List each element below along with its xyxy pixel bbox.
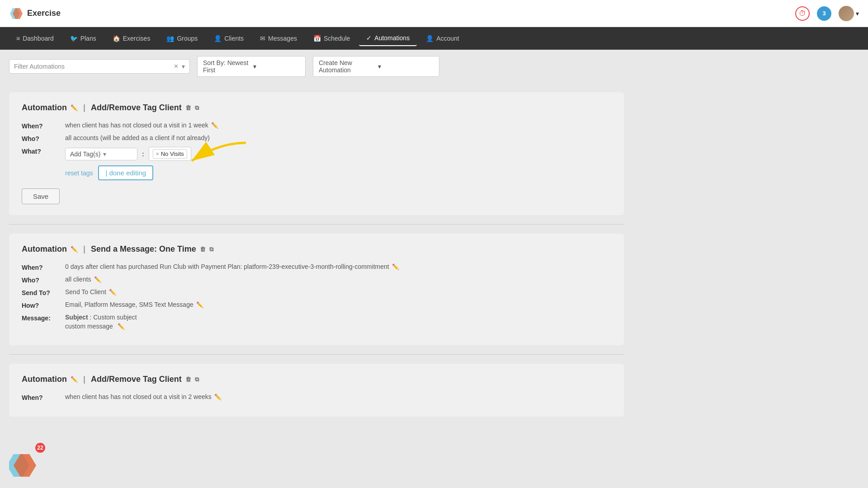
- app-logo: [9, 6, 24, 21]
- tag-input-wrap[interactable]: × No Visits: [149, 147, 191, 161]
- nav-automations-label: Automations: [374, 34, 410, 42]
- add-tags-caret-icon: ▾: [103, 150, 106, 158]
- automation-2-copy-icon[interactable]: ⧉: [209, 246, 213, 253]
- when-value-3: when client has has not closed out a vis…: [65, 393, 222, 400]
- tag-remove-icon[interactable]: ×: [156, 151, 159, 157]
- sort-label: Sort By: Newest First: [203, 59, 250, 74]
- automation-1-title-text: Automation: [22, 103, 67, 113]
- timer-icon[interactable]: ⏱: [795, 6, 810, 21]
- when-label-1: When?: [22, 122, 58, 130]
- clients-icon: 👤: [214, 35, 222, 42]
- automation-1-edit-icon[interactable]: ✏️: [71, 104, 78, 111]
- filter-input-wrap[interactable]: × ▾: [9, 59, 190, 74]
- create-automation-button[interactable]: Create New Automation ▾: [313, 56, 439, 77]
- automation-3-delete-icon[interactable]: 🗑: [185, 376, 191, 383]
- subject-label: Subject: [65, 314, 88, 321]
- what-label-1: What?: [22, 147, 58, 155]
- automation-3-copy-icon[interactable]: ⧉: [195, 376, 199, 383]
- plans-icon: 🐦: [70, 35, 78, 42]
- reset-tags-link[interactable]: reset tags: [65, 169, 93, 177]
- automation-2-sendto-row: Send To? Send To Client ✏️: [22, 288, 611, 296]
- groups-icon: 👥: [166, 35, 174, 42]
- avatar[interactable]: [839, 6, 854, 21]
- nav-account[interactable]: 👤 Account: [419, 31, 467, 46]
- divider-2: [9, 354, 624, 355]
- when-value-1: when client has has not closed out a vis…: [65, 122, 218, 129]
- message-edit-icon[interactable]: ✏️: [118, 323, 125, 330]
- dashboard-icon: ≡: [16, 35, 20, 42]
- automation-3-subtitle: Add/Remove Tag Client: [91, 375, 182, 384]
- automation-3-title: Automation ✏️ | Add/Remove Tag Client 🗑 …: [22, 375, 611, 384]
- schedule-icon: 📅: [313, 35, 321, 42]
- nav-automations[interactable]: ✓ Automations: [359, 31, 417, 46]
- exercises-icon: 🏠: [113, 35, 120, 42]
- create-caret-icon[interactable]: ▾: [378, 63, 434, 70]
- when-edit-icon-3[interactable]: ✏️: [214, 394, 222, 400]
- sendto-label-2: Send To?: [22, 288, 58, 296]
- filter-input[interactable]: [14, 63, 170, 70]
- automation-1-subtitle: Add/Remove Tag Client: [91, 103, 182, 113]
- automation-card-3: Automation ✏️ | Add/Remove Tag Client 🗑 …: [9, 364, 624, 417]
- nav-dashboard[interactable]: ≡ Dashboard: [9, 31, 61, 46]
- nav-clients-label: Clients: [224, 35, 244, 42]
- nav-schedule-label: Schedule: [324, 35, 350, 42]
- done-editing-button[interactable]: | done editing: [98, 165, 153, 180]
- sendto-edit-icon-2[interactable]: ✏️: [109, 289, 116, 296]
- nav-clients[interactable]: 👤 Clients: [207, 31, 251, 46]
- when-edit-icon-1[interactable]: ✏️: [211, 122, 218, 129]
- message-body: custom message: [65, 323, 113, 330]
- nav-schedule[interactable]: 📅 Schedule: [306, 31, 357, 46]
- save-button-1[interactable]: Save: [22, 188, 60, 204]
- when-label-2: When?: [22, 263, 58, 271]
- automation-2-how-row: How? Email, Platform Message, SMS Text M…: [22, 301, 611, 309]
- filter-clear-icon[interactable]: ×: [174, 62, 178, 70]
- who-value-2: all clients ✏️: [65, 276, 101, 283]
- automation-1-title: Automation ✏️ | Add/Remove Tag Client 🗑 …: [22, 103, 611, 113]
- automation-2-who-row: Who? all clients ✏️: [22, 276, 611, 284]
- automation-2-title: Automation ✏️ | Send a Message: One Time…: [22, 244, 611, 254]
- when-value-2: 0 days after client has purchased Run Cl…: [65, 263, 399, 270]
- top-bar: Exercise ⏱ 3 ▾: [0, 0, 868, 27]
- main-content: Automation ✏️ | Add/Remove Tag Client 🗑 …: [0, 83, 633, 435]
- when-edit-icon-2[interactable]: ✏️: [392, 263, 399, 270]
- sort-select[interactable]: Sort By: Newest First ▾: [197, 56, 306, 77]
- main-nav: ≡ Dashboard 🐦 Plans 🏠 Exercises 👥 Groups…: [0, 27, 868, 50]
- app-title: Exercise: [27, 9, 61, 18]
- automation-1-delete-icon[interactable]: 🗑: [185, 104, 191, 111]
- nav-messages[interactable]: ✉ Messages: [253, 31, 304, 46]
- nav-groups[interactable]: 👥 Groups: [159, 31, 205, 46]
- filter-caret-icon[interactable]: ▾: [182, 63, 185, 70]
- automation-2-edit-icon[interactable]: ✏️: [71, 246, 78, 253]
- filter-bar: × ▾ Sort By: Newest First ▾ Create New A…: [0, 50, 868, 83]
- nav-groups-label: Groups: [177, 35, 198, 42]
- automation-2-message-row: Message: Subject : Custom subject custom…: [22, 314, 611, 330]
- automation-1-copy-icon[interactable]: ⧉: [195, 104, 199, 112]
- create-automation-label: Create New Automation: [319, 59, 374, 74]
- automation-3-edit-icon[interactable]: ✏️: [71, 376, 78, 383]
- how-label-2: How?: [22, 301, 58, 309]
- divider-1: [9, 224, 624, 225]
- automation-2-delete-icon[interactable]: 🗑: [200, 246, 206, 253]
- nav-exercises[interactable]: 🏠 Exercises: [105, 31, 158, 46]
- automation-3-when-row: When? when client has has not closed out…: [22, 393, 611, 401]
- automation-2-subtitle: Send a Message: One Time: [91, 244, 196, 254]
- no-visits-tag: × No Visits: [153, 149, 187, 159]
- nav-dashboard-label: Dashboard: [23, 35, 54, 42]
- cursor-bar: |: [105, 169, 107, 177]
- avatar-caret[interactable]: ▾: [856, 10, 859, 17]
- who-label-2: Who?: [22, 276, 58, 284]
- nav-messages-label: Messages: [268, 35, 297, 42]
- nav-plans[interactable]: 🐦 Plans: [63, 31, 104, 46]
- tag-label: No Visits: [161, 150, 184, 157]
- logo-area: Exercise: [9, 6, 61, 21]
- add-tags-select[interactable]: Add Tag(s) ▾: [65, 148, 137, 160]
- who-edit-icon-2[interactable]: ✏️: [94, 276, 101, 283]
- how-value-2: Email, Platform Message, SMS Text Messag…: [65, 301, 203, 308]
- notification-badge[interactable]: 3: [817, 6, 831, 21]
- add-tags-label: Add Tag(s): [70, 150, 100, 158]
- how-edit-icon-2[interactable]: ✏️: [196, 301, 203, 308]
- sort-caret-icon[interactable]: ▾: [253, 63, 300, 70]
- sendto-value-2: Send To Client ✏️: [65, 288, 116, 296]
- nav-exercises-label: Exercises: [123, 35, 151, 42]
- avatar-area[interactable]: ▾: [839, 6, 859, 21]
